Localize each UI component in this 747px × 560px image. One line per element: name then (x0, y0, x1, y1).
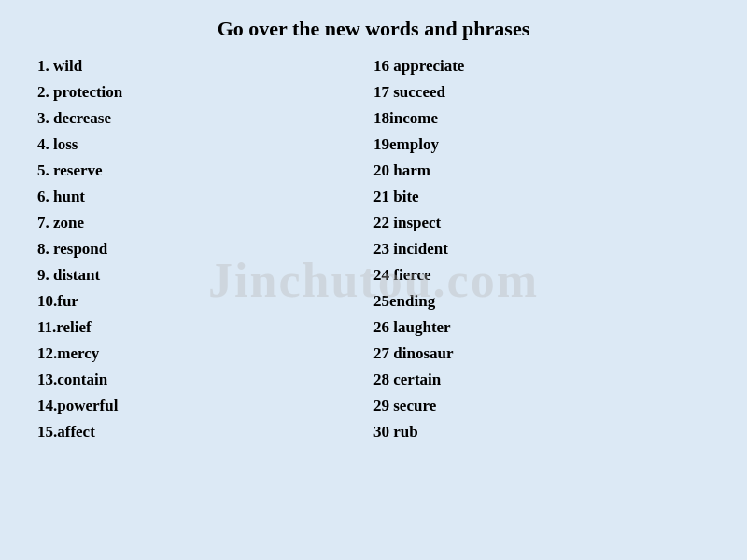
right-word-item: 16 appreciate (374, 54, 710, 78)
right-word-item: 25ending (374, 289, 710, 314)
right-word-item: 19employ (374, 133, 710, 157)
left-word-item: 1. wild (37, 54, 374, 78)
main-container: Go over the new words and phrases 1. wil… (0, 0, 747, 560)
right-word-item: 29 secure (374, 394, 710, 418)
left-word-item: 7. zone (37, 211, 374, 235)
right-word-item: 20 harm (374, 159, 710, 183)
right-word-item: 26 laughter (374, 315, 710, 340)
left-word-item: 15.affect (37, 420, 374, 444)
left-word-item: 12.mercy (37, 342, 374, 366)
right-word-item: 24 fierce (374, 263, 710, 287)
left-word-item: 9. distant (37, 263, 374, 287)
right-word-item: 18income (374, 106, 710, 131)
left-word-item: 5. reserve (37, 159, 374, 183)
left-word-item: 10.fur (37, 289, 374, 314)
right-word-item: 23 incident (374, 237, 710, 261)
left-word-item: 4. loss (37, 133, 374, 157)
left-word-item: 13.contain (37, 368, 374, 392)
right-word-item: 22 inspect (374, 211, 710, 235)
right-word-item: 21 bite (374, 185, 710, 209)
left-word-item: 8. respond (37, 237, 374, 261)
page-title: Go over the new words and phrases (37, 17, 710, 41)
right-word-item: 28 certain (374, 368, 710, 392)
left-word-item: 11.relief (37, 315, 374, 340)
left-word-item: 6. hunt (37, 185, 374, 209)
words-grid: 1. wild16 appreciate2. protection17 succ… (37, 54, 710, 444)
right-word-item: 30 rub (374, 420, 710, 444)
left-word-item: 3. decrease (37, 106, 374, 131)
right-word-item: 17 succeed (374, 80, 710, 105)
left-word-item: 14.powerful (37, 394, 374, 418)
right-word-item: 27 dinosaur (374, 342, 710, 366)
left-word-item: 2. protection (37, 80, 374, 105)
